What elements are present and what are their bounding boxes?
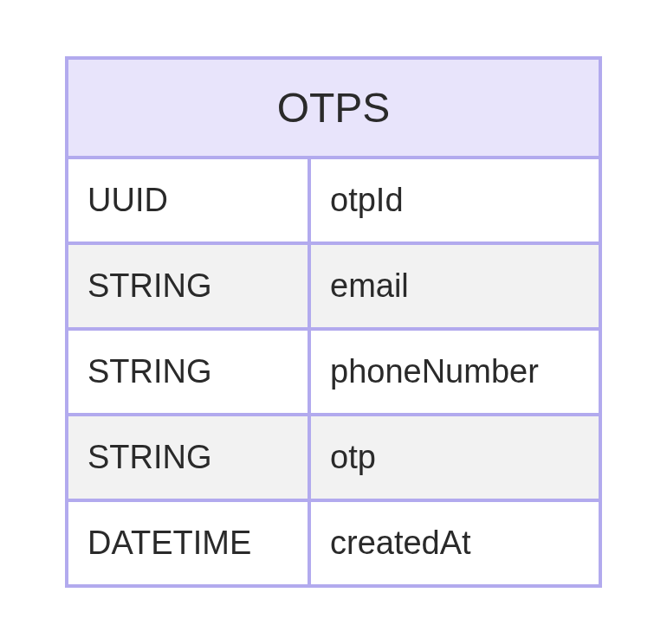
column-name: email [311,245,599,327]
table-row: STRING email [68,245,599,331]
column-type: STRING [68,416,311,499]
column-type: STRING [68,245,311,327]
column-type: DATETIME [68,502,311,584]
entity-table: OTPS UUID otpId STRING email STRING phon… [65,56,602,588]
column-name: phoneNumber [311,331,599,413]
column-type: STRING [68,331,311,413]
column-name: createdAt [311,502,599,584]
entity-title: OTPS [68,60,599,159]
column-name: otpId [311,159,599,242]
column-type: UUID [68,159,311,242]
column-name: otp [311,416,599,499]
table-row: UUID otpId [68,159,599,245]
table-row: STRING otp [68,416,599,502]
table-row: STRING phoneNumber [68,331,599,416]
table-row: DATETIME createdAt [68,502,599,584]
